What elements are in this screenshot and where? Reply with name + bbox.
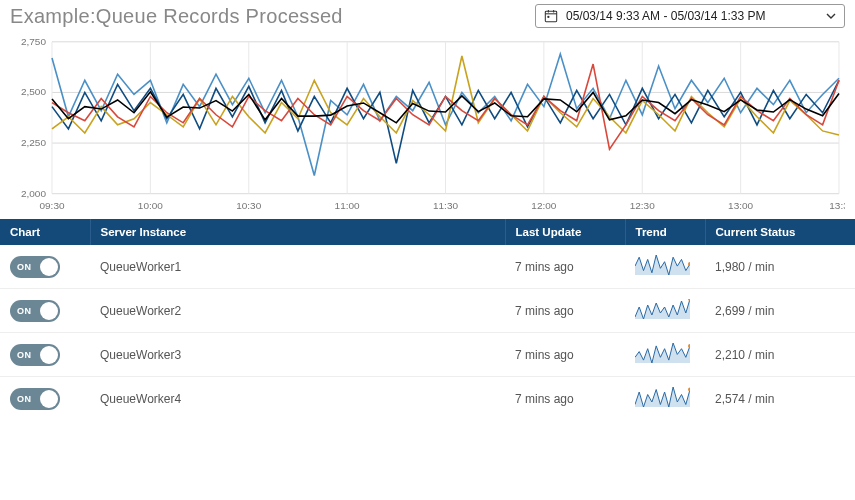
calendar-icon (544, 9, 558, 23)
col-chart: Chart (0, 219, 90, 245)
current-status: 2,574 / min (705, 377, 855, 421)
svg-text:2,500: 2,500 (21, 86, 47, 97)
current-status: 1,980 / min (705, 245, 855, 289)
last-update: 7 mins ago (505, 289, 625, 333)
table-row: ONQueueWorker37 mins ago2,210 / min (0, 333, 855, 377)
header-bar: Example:Queue Records Processed 05/03/14… (0, 0, 855, 30)
current-status: 2,210 / min (705, 333, 855, 377)
page-title: Example:Queue Records Processed (10, 5, 343, 28)
col-status: Current Status (705, 219, 855, 245)
current-status: 2,699 / min (705, 289, 855, 333)
toggle-label: ON (17, 350, 32, 360)
chart-toggle[interactable]: ON (10, 256, 60, 278)
chevron-down-icon (826, 11, 836, 21)
last-update: 7 mins ago (505, 333, 625, 377)
svg-point-31 (688, 262, 690, 266)
server-name: QueueWorker1 (90, 245, 505, 289)
toggle-label: ON (17, 306, 32, 316)
svg-text:13:3: 13:3 (829, 200, 845, 211)
table-row: ONQueueWorker17 mins ago1,980 / min (0, 245, 855, 289)
table-row: ONQueueWorker47 mins ago2,574 / min (0, 377, 855, 421)
workers-table: Chart Server Instance Last Update Trend … (0, 219, 855, 420)
toggle-knob (40, 390, 58, 408)
svg-text:12:30: 12:30 (630, 200, 656, 211)
svg-text:12:00: 12:00 (531, 200, 557, 211)
svg-point-4 (547, 16, 549, 18)
trend-cell (625, 289, 705, 333)
svg-text:2,250: 2,250 (21, 137, 47, 148)
col-server: Server Instance (90, 219, 505, 245)
date-range-text: 05/03/14 9:33 AM - 05/03/14 1:33 PM (566, 9, 818, 23)
col-trend: Trend (625, 219, 705, 245)
trend-cell (625, 377, 705, 421)
chart-toggle[interactable]: ON (10, 388, 60, 410)
server-name: QueueWorker4 (90, 377, 505, 421)
svg-text:10:00: 10:00 (138, 200, 164, 211)
toggle-knob (40, 346, 58, 364)
svg-text:11:00: 11:00 (335, 200, 361, 211)
date-range-picker[interactable]: 05/03/14 9:33 AM - 05/03/14 1:33 PM (535, 4, 845, 28)
svg-point-33 (688, 344, 690, 348)
sparkline (635, 255, 690, 275)
trend-cell (625, 245, 705, 289)
toggle-knob (40, 302, 58, 320)
svg-text:11:30: 11:30 (433, 200, 459, 211)
svg-point-34 (688, 388, 690, 392)
last-update: 7 mins ago (505, 377, 625, 421)
svg-rect-0 (545, 11, 556, 22)
chart-toggle[interactable]: ON (10, 344, 60, 366)
sparkline (635, 387, 690, 407)
toggle-knob (40, 258, 58, 276)
trend-cell (625, 333, 705, 377)
col-update: Last Update (505, 219, 625, 245)
svg-text:09:30: 09:30 (39, 200, 65, 211)
svg-point-32 (688, 299, 690, 301)
svg-text:2,000: 2,000 (21, 188, 47, 199)
toggle-label: ON (17, 262, 32, 272)
table-row: ONQueueWorker27 mins ago2,699 / min (0, 289, 855, 333)
toggle-label: ON (17, 394, 32, 404)
sparkline (635, 343, 690, 363)
table-header: Chart Server Instance Last Update Trend … (0, 219, 855, 245)
svg-text:13:00: 13:00 (728, 200, 754, 211)
svg-text:2,750: 2,750 (21, 36, 47, 47)
svg-text:10:30: 10:30 (236, 200, 262, 211)
server-name: QueueWorker2 (90, 289, 505, 333)
chart-toggle[interactable]: ON (10, 300, 60, 322)
last-update: 7 mins ago (505, 245, 625, 289)
server-name: QueueWorker3 (90, 333, 505, 377)
main-chart: 2,0002,2502,5002,75009:3010:0010:3011:00… (0, 30, 855, 215)
sparkline (635, 299, 690, 319)
